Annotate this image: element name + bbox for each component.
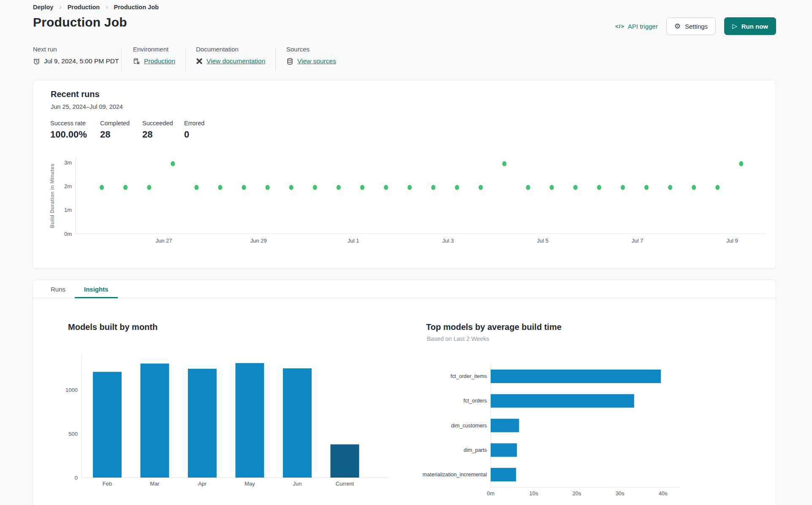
top-models-subtitle: Based on Last 2 Weeks [427, 335, 489, 342]
y-tick-label: 3m [64, 159, 72, 166]
api-trigger-link[interactable]: </> API trigger [615, 23, 658, 30]
month-bar [283, 368, 312, 478]
model-build-time-bar [491, 394, 634, 408]
run-scatter-point[interactable] [360, 185, 364, 190]
x-category-label: Apr [198, 481, 207, 487]
run-scatter-point[interactable] [266, 185, 270, 190]
bar-chart-svg: 05001000FebMarAprMayJunCurrent [64, 351, 399, 502]
model-build-time-bar [491, 443, 517, 457]
hbar-chart-svg: 0m10s20s30s40sfct_order_itemsfct_ordersd… [414, 355, 710, 502]
recent-runs-title: Recent runs [51, 89, 100, 99]
build-duration-scatter-chart: 3m2m1m0mJun 27Jun 29Jul 1Jul 3Jul 5Jul 7… [60, 156, 773, 246]
run-scatter-point[interactable] [692, 185, 696, 190]
y-tick-label: 2m [64, 183, 72, 189]
stat-label: Succeeded [142, 120, 173, 127]
run-scatter-point[interactable] [242, 185, 246, 190]
x-tick-label: Jul 1 [348, 238, 359, 244]
run-scatter-point[interactable] [597, 185, 601, 190]
tab-runs[interactable]: Runs [41, 280, 75, 298]
sources-label: Sources [286, 46, 336, 53]
run-now-label: Run now [741, 23, 768, 30]
stat-value: 28 [100, 129, 130, 140]
run-scatter-point[interactable] [147, 185, 151, 190]
run-scatter-point[interactable] [644, 185, 649, 190]
view-sources-link[interactable]: View sources [297, 57, 336, 65]
run-scatter-point[interactable] [171, 161, 175, 166]
x-category-label: Feb [103, 481, 112, 487]
x-tick-label: 0m [487, 490, 494, 497]
info-documentation: Documentation View documentation [196, 46, 265, 65]
run-scatter-point[interactable] [668, 185, 672, 190]
scatter-svg: 3m2m1m0mJun 27Jun 29Jul 1Jul 3Jul 5Jul 7… [60, 156, 773, 246]
run-scatter-point[interactable] [194, 185, 198, 190]
run-scatter-point[interactable] [526, 185, 530, 190]
run-scatter-point[interactable] [502, 161, 507, 166]
model-name-label: fct_order_items [451, 373, 487, 379]
run-scatter-point[interactable] [313, 185, 317, 190]
run-scatter-point[interactable] [715, 185, 720, 190]
month-bar [141, 364, 169, 478]
breadcrumb-item-production[interactable]: Production [68, 4, 100, 11]
run-scatter-point[interactable] [550, 185, 554, 190]
stat-completed: Completed 28 [100, 120, 130, 140]
run-scatter-point[interactable] [384, 185, 388, 190]
api-trigger-label: API trigger [628, 23, 658, 30]
environment-link[interactable]: Production [144, 57, 175, 65]
run-scatter-point[interactable] [621, 185, 625, 190]
info-next-run: Next run Jul 9, 2024, 5:00 PM PDT [33, 46, 119, 65]
header-actions: </> API trigger ⚙ Settings ▷ Run now [615, 17, 776, 35]
environment-icon [133, 58, 140, 65]
x-category-label: Mar [150, 481, 160, 487]
breadcrumb: Deploy › Production › Production Job [33, 3, 159, 11]
breadcrumb-item-current: Production Job [114, 4, 159, 11]
x-tick-label: 30s [616, 490, 625, 497]
run-scatter-point[interactable] [455, 185, 459, 190]
top-models-title: Top models by average build time [426, 322, 562, 332]
x-tick-label: 40s [659, 490, 668, 497]
run-scatter-point[interactable] [100, 185, 104, 190]
run-scatter-point[interactable] [123, 185, 128, 190]
tab-insights[interactable]: Insights [75, 280, 118, 298]
stat-value: 100.00% [50, 129, 87, 140]
y-tick-label: 0m [64, 231, 72, 237]
run-scatter-point[interactable] [739, 161, 743, 166]
run-now-button[interactable]: ▷ Run now [724, 17, 776, 35]
month-bar [188, 369, 217, 478]
run-scatter-point[interactable] [573, 185, 578, 190]
run-scatter-point[interactable] [478, 185, 483, 190]
top-models-chart: 0m10s20s30s40sfct_order_itemsfct_ordersd… [414, 355, 710, 502]
models-by-month-chart: 05001000FebMarAprMayJunCurrent [64, 351, 399, 502]
page-title: Production Job [33, 15, 127, 30]
breadcrumb-item-deploy[interactable]: Deploy [33, 4, 53, 11]
divider [185, 47, 186, 71]
model-name-label: dim_parts [464, 447, 487, 453]
x-tick-label: Jul 9 [726, 238, 738, 244]
model-name-label: materialization_incremental [423, 472, 487, 478]
model-build-time-bar [491, 419, 519, 432]
run-scatter-point[interactable] [218, 185, 223, 190]
environment-label: Environment [133, 46, 175, 53]
stat-label: Errored [184, 120, 204, 127]
divider [275, 47, 276, 71]
job-detail-card: Runs Insights Models built by month 0500… [33, 280, 776, 505]
x-tick-label: Jun 29 [250, 238, 267, 244]
view-documentation-link[interactable]: View documentation [206, 57, 265, 65]
documentation-label: Documentation [196, 46, 265, 53]
run-scatter-point[interactable] [431, 185, 435, 190]
info-environment: Environment Production [133, 46, 175, 65]
code-icon: </> [615, 23, 625, 30]
stat-value: 0 [184, 129, 204, 140]
x-tick-label: Jul 7 [632, 238, 643, 244]
play-icon: ▷ [732, 22, 737, 30]
run-scatter-point[interactable] [289, 185, 293, 190]
run-scatter-point[interactable] [337, 185, 341, 190]
run-scatter-point[interactable] [407, 185, 412, 190]
model-build-time-bar [491, 370, 661, 383]
alarm-clock-icon [33, 58, 40, 65]
settings-button[interactable]: ⚙ Settings [666, 17, 716, 35]
job-info-bar: Next run Jul 9, 2024, 5:00 PM PDT Enviro… [0, 46, 812, 73]
chevron-right-icon: › [59, 3, 61, 11]
divider [121, 47, 122, 71]
x-category-label: May [244, 481, 255, 487]
model-build-time-bar [491, 468, 516, 481]
